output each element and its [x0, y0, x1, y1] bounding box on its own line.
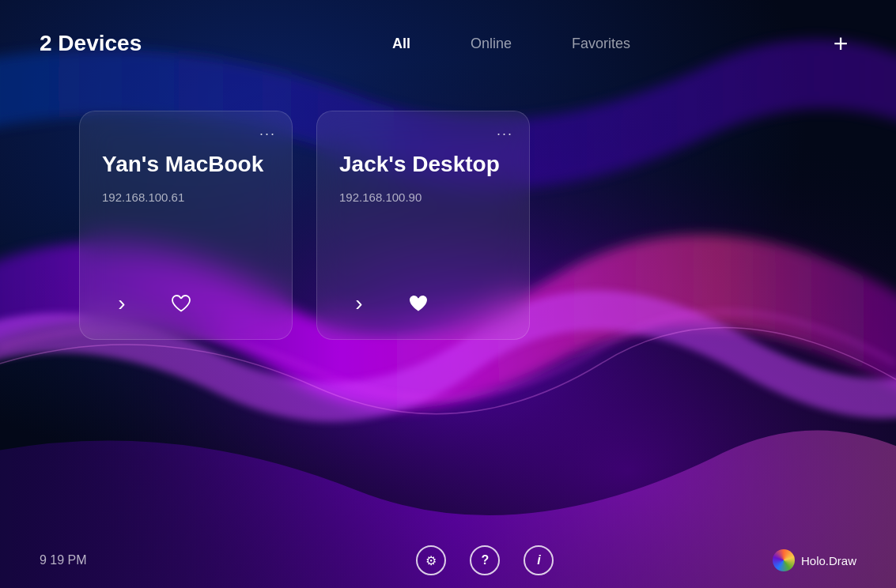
info-icon: i [537, 553, 540, 567]
tab-online[interactable]: Online [464, 32, 518, 55]
device-ip-1: 192.168.100.90 [339, 190, 507, 204]
heart-outline-icon [171, 294, 191, 313]
heart-filled-icon [408, 294, 429, 313]
header: 2 Devices All Online Favorites + [0, 0, 896, 87]
brand-logo-icon [773, 549, 795, 571]
info-button[interactable]: i [524, 545, 554, 575]
help-icon: ? [482, 553, 490, 567]
card-actions-1: › [339, 268, 507, 323]
connect-button-0[interactable]: › [102, 284, 142, 323]
device-name-0: Yan's MacBook [102, 151, 270, 178]
footer: 9 19 PM ⚙ ? i Holo.Draw [0, 533, 896, 588]
brand-name: Holo.Draw [801, 554, 856, 567]
card-actions-0: › [102, 268, 270, 323]
devices-grid: ··· Yan's MacBook 192.168.100.61 › ··· J… [0, 87, 896, 533]
add-device-button[interactable]: + [825, 31, 856, 56]
footer-icons: ⚙ ? i [198, 545, 773, 575]
tab-all[interactable]: All [386, 32, 417, 55]
device-ip-0: 192.168.100.61 [102, 190, 270, 204]
favorite-button-0[interactable] [165, 288, 197, 319]
device-card-1[interactable]: ··· Jack's Desktop 192.168.100.90 › [316, 111, 530, 340]
favorite-button-1[interactable] [403, 288, 434, 319]
device-name-1: Jack's Desktop [339, 151, 507, 178]
card-menu-button-0[interactable]: ··· [259, 126, 276, 142]
connect-button-1[interactable]: › [339, 284, 379, 323]
chevron-right-icon: › [118, 291, 125, 316]
footer-time: 9 19 PM [40, 553, 198, 567]
device-card-0[interactable]: ··· Yan's MacBook 192.168.100.61 › [79, 111, 293, 340]
nav-tabs: All Online Favorites [198, 32, 825, 55]
help-button[interactable]: ? [470, 545, 500, 575]
card-menu-button-1[interactable]: ··· [497, 126, 513, 142]
chevron-right-icon: › [355, 291, 362, 316]
brand-section: Holo.Draw [773, 549, 856, 571]
devices-count-label: 2 Devices [40, 31, 198, 56]
tab-favorites[interactable]: Favorites [565, 32, 637, 55]
settings-icon: ⚙ [425, 553, 437, 568]
settings-button[interactable]: ⚙ [416, 545, 446, 575]
